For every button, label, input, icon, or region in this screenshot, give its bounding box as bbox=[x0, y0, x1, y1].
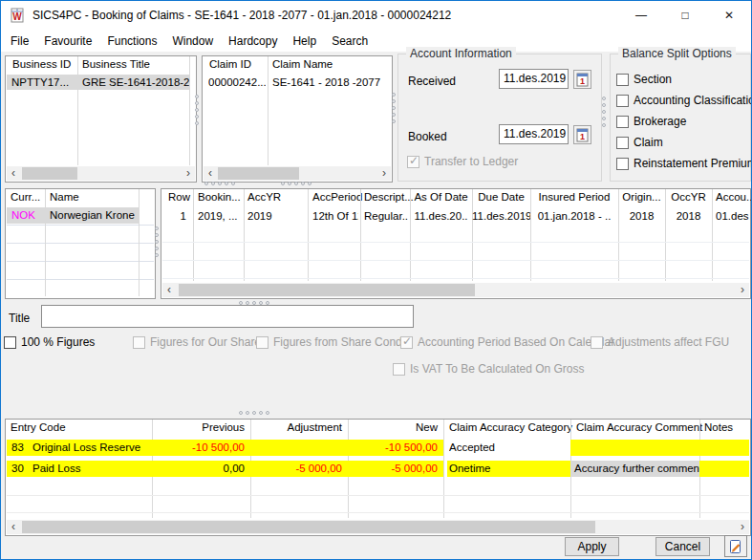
claim-accuracy-category-cell[interactable]: Accepted bbox=[449, 440, 569, 456]
scroll-left-icon[interactable]: ‹ bbox=[204, 166, 217, 181]
close-button[interactable]: ✕ bbox=[707, 1, 751, 30]
entry-code-cell[interactable]: 30Paid Loss bbox=[7, 461, 152, 477]
accounting-period-calendar-checkbox: ✓ Accounting Period Based On Calendar bbox=[400, 336, 614, 349]
column-divider bbox=[45, 189, 46, 296]
column-header-duedate: Due Date bbox=[472, 191, 530, 203]
booked-label: Booked bbox=[408, 130, 447, 143]
business-row-selected[interactable]: NPTTY17... GRE SE-1641-2018-2077 bbox=[7, 75, 189, 90]
column-header-account: Accou... bbox=[716, 191, 752, 203]
claim-name-cell[interactable]: SE-1641 - 2018 -2077 bbox=[272, 75, 387, 90]
notes-cell[interactable] bbox=[699, 440, 749, 456]
scroll-left-icon[interactable]: ‹ bbox=[7, 166, 20, 181]
scroll-left-icon[interactable]: ‹ bbox=[7, 520, 20, 534]
scroll-left-icon[interactable]: ‹ bbox=[162, 283, 176, 297]
grid-cell-row[interactable]: 1 bbox=[161, 208, 186, 224]
scrollbar-thumb[interactable] bbox=[218, 167, 299, 180]
claim-accuracy-comment-cell[interactable] bbox=[570, 440, 699, 456]
transfer-to-ledger-checkbox: ✓ Transfer to Ledger bbox=[407, 156, 518, 168]
claim-checkbox[interactable]: Claim bbox=[616, 137, 663, 149]
grid-cell-asofdate[interactable]: 11.des.20.. bbox=[410, 208, 472, 224]
business-list-hscrollbar[interactable]: ‹ › bbox=[7, 166, 195, 181]
new-cell[interactable]: -10 500,00 bbox=[348, 440, 443, 456]
business-title-cell[interactable]: GRE SE-1641-2018-2077 bbox=[82, 75, 189, 90]
currency-row-selected[interactable]: NOK Norwegian Krone bbox=[7, 207, 139, 224]
column-divider bbox=[268, 56, 269, 165]
window-controls: — □ ✕ bbox=[619, 1, 751, 30]
grid-cell-accyr[interactable]: 2019 bbox=[247, 208, 305, 224]
scroll-right-icon[interactable]: › bbox=[736, 520, 749, 534]
grid-cell-origin[interactable]: 2018 bbox=[618, 208, 665, 224]
scroll-right-icon[interactable]: › bbox=[377, 166, 391, 181]
grid-cell-duedate[interactable]: 11.des.2019 bbox=[472, 208, 530, 224]
notes-button[interactable] bbox=[724, 535, 747, 557]
grid-cell-account[interactable]: 01.des... bbox=[716, 208, 749, 224]
entries-grid: Entry Code Previous Adjustment New Claim… bbox=[5, 419, 751, 536]
previous-cell[interactable]: -10 500,00 bbox=[152, 440, 250, 456]
currency-code-cell[interactable]: NOK bbox=[11, 207, 44, 223]
balance-split-options-group: Balance Split Options Section Accounting… bbox=[610, 54, 751, 182]
column-header-claim-accuracy-comment: Claim Accuracy Comment bbox=[576, 421, 702, 433]
grid-cell-accperiod[interactable]: 12th Of 12 bbox=[312, 208, 358, 224]
claim-accuracy-comment-cell[interactable]: Accuracy further comment bbox=[570, 461, 699, 477]
adjustment-cell[interactable] bbox=[250, 440, 348, 456]
grid-cell-insured-period[interactable]: 01.jan.2018 - .. bbox=[530, 208, 618, 224]
column-divider bbox=[77, 56, 78, 165]
apply-button[interactable]: Apply bbox=[565, 537, 619, 556]
minimize-button[interactable]: — bbox=[619, 1, 663, 30]
column-header-entry-code: Entry Code bbox=[11, 421, 66, 433]
previous-cell[interactable]: 0,00 bbox=[152, 461, 250, 477]
maximize-button[interactable]: □ bbox=[663, 1, 707, 30]
new-cell[interactable]: -5 000,00 bbox=[348, 461, 443, 477]
reinstatement-premium-checkbox[interactable]: Reinstatement Premium bbox=[616, 158, 752, 170]
entry-code-cell[interactable]: 83Original Loss Reserve bbox=[7, 440, 152, 456]
booking-grid-hscrollbar[interactable]: ‹ › bbox=[162, 283, 749, 297]
checkbox-icon[interactable] bbox=[616, 158, 629, 170]
checkbox-icon[interactable] bbox=[4, 336, 16, 349]
checkbox-icon[interactable] bbox=[616, 116, 629, 128]
claim-id-cell[interactable]: 00000242... bbox=[208, 75, 266, 90]
grid-cell-booking[interactable]: 2019, ... bbox=[198, 208, 242, 224]
title-input[interactable] bbox=[41, 305, 414, 328]
figures-our-share-checkbox: Figures for Our Share bbox=[133, 336, 261, 349]
scroll-right-icon[interactable]: › bbox=[182, 166, 195, 181]
column-header-currency: Curr... bbox=[11, 191, 40, 203]
menu-window[interactable]: Window bbox=[164, 34, 221, 48]
menu-help[interactable]: Help bbox=[285, 34, 324, 48]
adjustments-affect-fgu-checkbox: Adjustments affect FGU bbox=[591, 336, 729, 349]
menu-functions[interactable]: Functions bbox=[99, 34, 164, 48]
scroll-right-icon[interactable]: › bbox=[736, 283, 749, 297]
claim-list-hscrollbar[interactable]: ‹ › bbox=[204, 166, 391, 181]
scrollbar-thumb[interactable] bbox=[179, 284, 475, 296]
menu-search[interactable]: Search bbox=[324, 34, 376, 48]
vat-on-gross-checkbox: Is VAT To Be Calculated On Gross bbox=[393, 363, 585, 376]
booked-date-input[interactable]: 11.des.2019 bbox=[499, 124, 569, 144]
cancel-button[interactable]: Cancel bbox=[655, 537, 710, 556]
menu-file[interactable]: File bbox=[3, 34, 36, 48]
svg-text:W: W bbox=[12, 11, 22, 22]
booked-calendar-button[interactable]: 1 bbox=[573, 125, 591, 144]
scrollbar-thumb[interactable] bbox=[22, 167, 77, 180]
full-figures-checkbox[interactable]: 100 % Figures bbox=[4, 336, 95, 349]
splitter-grip bbox=[195, 95, 199, 125]
grid-cell-description[interactable]: Regular... bbox=[364, 208, 408, 224]
checkbox-icon[interactable] bbox=[616, 74, 629, 86]
menu-favourite[interactable]: Favourite bbox=[36, 34, 99, 48]
entries-grid-hscrollbar[interactable]: ‹ › bbox=[7, 520, 749, 534]
received-date-input[interactable]: 11.des.2019 bbox=[499, 69, 569, 89]
currency-name-cell[interactable]: Norwegian Krone bbox=[50, 207, 138, 223]
brokerage-checkbox[interactable]: Brokerage bbox=[616, 116, 686, 128]
section-checkbox[interactable]: Section bbox=[616, 74, 672, 86]
accounting-classification-checkbox[interactable]: Accounting Classification bbox=[616, 95, 752, 107]
claim-accuracy-category-cell[interactable]: Onetime bbox=[447, 461, 572, 477]
scrollbar-thumb[interactable] bbox=[22, 521, 595, 533]
received-calendar-button[interactable]: 1 bbox=[573, 70, 591, 89]
grid-cell-occyr[interactable]: 2018 bbox=[665, 208, 712, 224]
column-header-business-id: Business ID bbox=[12, 58, 71, 70]
checkbox-icon[interactable] bbox=[616, 95, 629, 107]
checkbox-icon[interactable] bbox=[616, 137, 629, 149]
adjustment-cell[interactable]: -5 000,00 bbox=[250, 461, 348, 477]
notes-cell[interactable] bbox=[699, 461, 749, 477]
column-header-business-title: Business Title bbox=[82, 58, 150, 70]
business-id-cell[interactable]: NPTTY17... bbox=[11, 75, 76, 90]
menu-hardcopy[interactable]: Hardcopy bbox=[221, 34, 285, 48]
